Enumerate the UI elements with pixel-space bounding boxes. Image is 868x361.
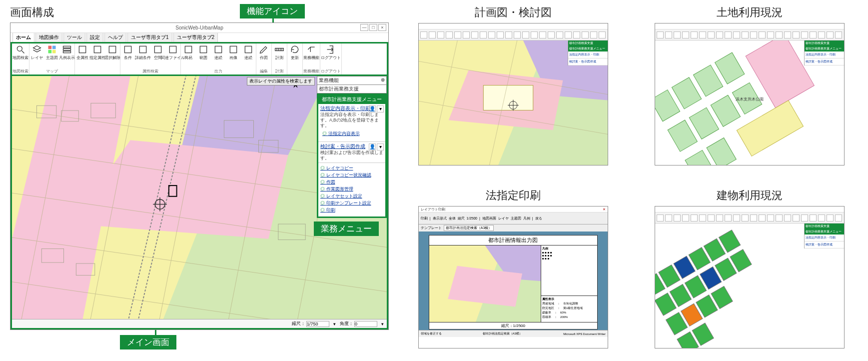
toolbar-icon[interactable] [691,32,698,38]
fit-button[interactable]: 全体 [449,216,456,221]
chevron-down-icon[interactable]: ▾ [377,106,384,112]
related-file-icon[interactable]: 関連ファイル [166,44,180,60]
toolbar-icon[interactable] [463,32,470,38]
toolbar-icon[interactable] [801,214,808,222]
person-icon[interactable]: 👤 [369,144,376,150]
toolbar-icon[interactable] [810,32,817,38]
toolbar-icon[interactable] [522,32,529,38]
spec-attr-icon[interactable]: 指定属性 [90,44,104,60]
toolbar-icon[interactable] [682,32,689,38]
menu-link[interactable]: レイヤコピー状況確認 [320,172,383,178]
toolbar-icon[interactable] [437,32,444,38]
image-icon[interactable]: 画像 [226,44,240,60]
logout-icon[interactable]: ログアウト [324,44,338,60]
toolbar-icon[interactable] [827,32,834,38]
tab-user1[interactable]: ユーザ専用タブ1 [127,32,172,42]
close-button[interactable]: × [378,24,386,31]
toolbar-icon[interactable] [725,214,732,222]
continuous-icon[interactable]: 連続 [211,44,225,60]
chevron-down-icon[interactable]: ▾ [381,322,384,326]
toolbar-icon[interactable] [657,214,664,222]
toolbar-icon[interactable] [539,32,546,38]
toolbar-icon[interactable] [759,32,766,38]
toolbar-icon[interactable] [505,32,512,38]
menu-link[interactable]: 作業図形管理 [320,186,383,192]
layer-button[interactable]: レイヤ [498,216,509,221]
maximize-button[interactable]: □ [369,24,377,31]
toolbar-icon[interactable] [810,214,817,222]
toolbar-icon[interactable] [793,214,800,222]
toolbar-icon[interactable] [708,214,715,222]
toolbar-icon[interactable] [750,32,757,38]
menu-link[interactable]: 作図 [320,179,383,186]
toolbar-icon[interactable] [674,32,681,38]
edit-region-link[interactable]: 領域を修正する [421,332,442,336]
toolbar-icon[interactable] [716,214,723,222]
thematic-icon[interactable]: 主題図 [45,44,59,60]
thematic-button[interactable]: 主題図 [511,216,521,221]
toolbar-icon[interactable] [708,32,715,38]
toolbar-icon[interactable] [665,214,672,222]
all-attr-icon[interactable]: 全属性 [75,44,89,60]
menu-link[interactable]: レイヤコピー [320,165,383,172]
toolbar-icon[interactable] [582,32,589,38]
toolbar-icon[interactable] [565,32,572,38]
search-icon[interactable]: 地図検索 [13,44,27,60]
select-cancel-icon[interactable]: 選択解除 [105,44,119,60]
toolbar-icon[interactable] [776,214,783,222]
toolbar-icon[interactable] [835,32,842,38]
tab-help[interactable]: ヘルプ [104,32,126,42]
template-select[interactable]: 都市計画法指定検索（A3横） [444,225,494,231]
toolbar-icon[interactable] [699,32,706,38]
toolbar-icon[interactable] [818,32,825,38]
toolbar-icon[interactable] [733,32,740,38]
toolbar-icon[interactable] [750,214,757,222]
toolbar-icon[interactable] [767,32,774,38]
toolbar-icon[interactable] [784,32,791,38]
toolbar-icon[interactable] [480,32,487,38]
measure-icon[interactable]: 計測 [272,44,286,60]
legend-button[interactable]: 凡例 [523,216,530,221]
continuous2-icon[interactable]: 連続 [241,44,255,60]
toolbar-icon[interactable] [590,32,597,38]
print-button[interactable]: 印刷 [421,216,428,221]
menu-link[interactable]: レイヤセット設定 [320,193,383,200]
toolbar-icon[interactable] [674,214,681,222]
toolbar-icon[interactable] [488,32,495,38]
condition-icon[interactable]: 条件 [121,44,135,60]
tab-user2[interactable]: ユーザ専用タブ2 [173,32,218,42]
toolbar-icon[interactable] [682,214,689,222]
legend-icon[interactable]: 凡例表示 [60,44,74,60]
toolbar-icon[interactable] [573,32,580,38]
toolbar-icon[interactable] [725,32,732,38]
scale-value[interactable]: 1/2500 [467,216,477,220]
toolbar-icon[interactable] [429,32,436,38]
back-button[interactable]: 戻る [535,216,542,221]
menu-link[interactable]: 法指定内容表示 [322,130,381,137]
toolbar-icon[interactable] [454,32,461,38]
toolbar-icon[interactable] [742,32,749,38]
toolbar-icon[interactable] [784,214,791,222]
minimize-button[interactable]: — [360,24,368,31]
chevron-down-icon[interactable]: ▾ [377,144,384,150]
toolbar-icon[interactable] [497,32,504,38]
person-icon[interactable]: 👤 [369,106,376,112]
tab-settings[interactable]: 設定 [86,32,103,42]
tab-tool[interactable]: ツール [63,32,85,42]
toolbar-icon[interactable] [793,32,800,38]
close-icon[interactable]: ⊗ [381,77,385,84]
range-icon[interactable]: 範囲 [196,44,210,60]
toolbar-icon[interactable] [548,32,555,38]
toolbar-icon[interactable] [471,32,478,38]
business-icon[interactable]: 業務機能 [304,44,318,60]
toolbar-icon[interactable] [827,214,834,222]
toolbar-icon[interactable] [420,32,427,38]
menu-link[interactable]: 印刷 [320,207,383,214]
toolbar-icon[interactable] [657,32,664,38]
layer-icon[interactable]: レイヤ [30,44,44,60]
toolbar-icon[interactable] [818,214,825,222]
toolbar-icon[interactable] [742,214,749,222]
toolbar-icon[interactable] [514,32,521,38]
toolbar-icon[interactable] [699,214,706,222]
draw-icon[interactable]: 作図 [257,44,271,60]
